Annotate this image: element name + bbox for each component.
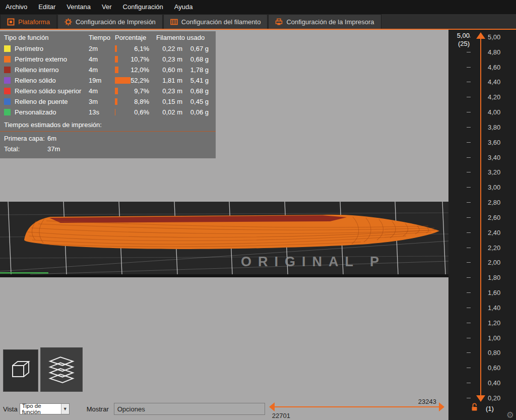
layer-tick-label: 4,20 — [488, 93, 500, 101]
feature-filament-g: 1,78 g — [182, 66, 209, 74]
layer-range-slider[interactable]: 23243 22701 — [269, 398, 445, 420]
feature-percent: 0,6% — [134, 108, 149, 116]
view-layers-button[interactable] — [40, 347, 83, 392]
layer-tick-label: 3,60 — [488, 139, 500, 146]
layer-tick: 2,00 — [467, 259, 514, 266]
legend-header: Tipo de función Tiempo Porcentaje Filame… — [0, 31, 216, 43]
layer-tick: 1,80 — [467, 274, 514, 281]
range-slider-track[interactable] — [274, 406, 440, 407]
tab-configuracion-de-la-impresora[interactable]: Configuración de la Impresora — [268, 14, 381, 29]
feature-filament-m: 0,22 m — [156, 45, 182, 52]
legend-col-percent: Porcentaje — [115, 34, 156, 41]
main-area: Tipo de función Tiempo Porcentaje Filame… — [0, 30, 516, 420]
range-left-handle[interactable] — [269, 402, 275, 411]
layer-tick: 3,40 — [467, 154, 514, 161]
legend-col-filament: Filamento usado — [156, 34, 209, 41]
view-3d-button[interactable] — [3, 349, 38, 392]
feature-filament-m: 0,23 m — [156, 55, 182, 63]
layer-tick-label: 2,20 — [488, 244, 500, 252]
layer-tick-label: 5,00 — [488, 33, 500, 41]
layer-tick-label: 0,80 — [488, 349, 500, 356]
filament-icon — [170, 18, 178, 26]
layer-tick: 3,60 — [467, 139, 514, 146]
legend-row: Personalizado 13s 0,6% 0,02 m 0,06 g — [0, 107, 216, 117]
feature-filament-g: 0,68 g — [182, 87, 209, 95]
menu-item-ventana[interactable]: Ventana — [61, 0, 96, 14]
feature-filament-m: 0,02 m — [156, 108, 182, 116]
legend-divider — [0, 131, 216, 132]
tab-label: Configuración del filamento — [181, 18, 261, 26]
range-right-handle[interactable] — [439, 402, 444, 411]
layer-tick: 0,20 — [467, 395, 514, 401]
feature-time: 13s — [89, 108, 115, 116]
layer-tick: 2,80 — [467, 199, 514, 206]
tab-configuracion-del-filamento[interactable]: Configuración del filamento — [163, 14, 268, 29]
feature-time: 19m — [89, 77, 115, 84]
percent-bar — [115, 67, 118, 73]
estimates-title: Tiempos estimados de impresión: — [0, 117, 216, 131]
chevron-down-icon[interactable]: ▼ — [61, 404, 69, 414]
feature-percent: 9,7% — [134, 87, 149, 95]
min-layer-number: (1) — [486, 405, 494, 412]
menu-item-configuracion[interactable]: Configuración — [117, 0, 169, 14]
feature-label: Relleno de puente — [15, 98, 68, 105]
menu-item-archivo[interactable]: Archivo — [0, 0, 33, 14]
layer-scale: 5,004,804,604,404,204,003,803,603,403,20… — [467, 34, 514, 401]
layer-tick: 1,60 — [467, 289, 514, 296]
platform-icon — [7, 18, 15, 26]
layer-tick-label: 3,40 — [488, 154, 500, 161]
total-value: 37m — [47, 145, 60, 153]
layer-tick: 2,40 — [467, 229, 514, 236]
layer-tick-label: 1,80 — [488, 274, 500, 281]
layer-tick-label: 1,20 — [488, 319, 500, 327]
layer-tick: 4,80 — [467, 49, 514, 55]
menu-item-ver[interactable]: Ver — [96, 0, 117, 14]
feature-color-swatch — [4, 98, 11, 105]
layer-tick: 0,80 — [467, 349, 514, 356]
layer-tick: 4,60 — [467, 64, 514, 71]
feature-percent: 8,8% — [134, 98, 149, 105]
show-options-select[interactable]: Opciones — [114, 403, 265, 415]
layer-tick: 3,80 — [467, 124, 514, 131]
total-time-row: Total: 37m — [0, 144, 216, 154]
legend-row: Relleno sólido superior 4m 9,7% 0,23 m 0… — [0, 86, 216, 96]
feature-color-swatch — [4, 109, 11, 115]
lock-icon[interactable] — [471, 403, 478, 413]
menu-item-editar[interactable]: Editar — [33, 0, 61, 14]
feature-color-swatch — [4, 88, 11, 94]
feature-label: Perímetro externo — [15, 55, 67, 63]
range-min-value: 22701 — [272, 412, 290, 419]
tab-configuracion-de-impresion[interactable]: Configuración de Impresión — [57, 14, 163, 29]
percent-bar — [115, 109, 115, 115]
percent-bar — [115, 88, 118, 94]
feature-filament-g: 0,67 g — [182, 45, 209, 52]
bed-outline-segment — [0, 272, 48, 274]
view-mode-select[interactable]: Tipo de función ▼ — [20, 403, 70, 414]
tab-plataforma[interactable]: Plataforma — [0, 14, 57, 29]
show-options-selected-value: Opciones — [117, 405, 145, 413]
feature-time: 3m — [89, 98, 115, 105]
layer-slider-panel: 5,00 (25) 5,004,804,604,404,204,003,803,… — [448, 30, 516, 420]
feature-color-swatch — [4, 45, 11, 52]
layer-tick-label: 3,20 — [488, 168, 500, 176]
bottom-controls: Vista Tipo de función ▼ Mostrar Opciones… — [0, 398, 448, 420]
legend-row: Relleno interno 4m 12,0% 0,60 m 1,78 g — [0, 65, 216, 75]
feature-time: 4m — [89, 66, 115, 74]
layer-tick: 3,00 — [467, 184, 514, 191]
viewport-3d[interactable]: Tipo de función Tiempo Porcentaje Filame… — [0, 30, 448, 420]
tab-bar: PlataformaConfiguración de ImpresiónConf… — [0, 14, 516, 30]
layer-tick: 4,20 — [467, 94, 514, 100]
menu-bar: ArchivoEditarVentanaVerConfiguraciónAyud… — [0, 0, 516, 14]
feature-time: 4m — [89, 87, 115, 95]
feature-filament-g: 5,41 g — [182, 77, 209, 84]
view-mode-label: Vista — [3, 405, 18, 413]
view-mode-buttons — [3, 347, 83, 392]
layer-tick-label: 0,40 — [488, 379, 500, 387]
feature-color-swatch — [4, 67, 11, 73]
bed-watermark-text: ORIGINAL P — [241, 254, 385, 269]
slider-settings-gear-icon[interactable]: ⚙ — [506, 410, 514, 420]
tab-label: Configuración de la Impresora — [286, 18, 374, 26]
layer-tick: 4,00 — [467, 109, 514, 115]
feature-filament-m: 0,15 m — [156, 98, 182, 105]
menu-item-ayuda[interactable]: Ayuda — [169, 0, 199, 14]
